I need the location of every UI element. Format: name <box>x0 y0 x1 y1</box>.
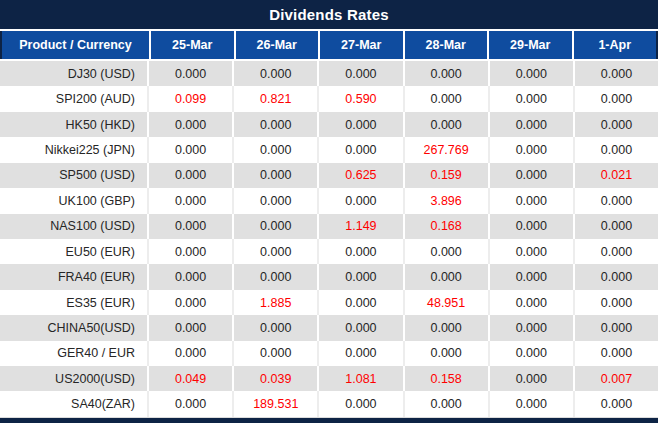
rate-cell: 0.000 <box>147 315 232 340</box>
rate-cell: 0.000 <box>403 391 488 416</box>
table-row: Nikkei225 (JPN)0.0000.0000.000267.7690.0… <box>0 137 658 162</box>
rate-cell: 0.000 <box>232 341 317 366</box>
product-label: EU50 (EUR) <box>0 239 147 264</box>
rate-cell: 0.000 <box>317 239 402 264</box>
rate-cell: 0.000 <box>147 137 232 162</box>
table-row: DJ30 (USD)0.0000.0000.0000.0000.0000.000 <box>0 61 658 86</box>
rate-cell: 0.000 <box>147 214 232 239</box>
product-label: HK50 (HKD) <box>0 112 147 137</box>
rate-cell: 0.000 <box>573 239 658 264</box>
rate-cell: 0.000 <box>403 315 488 340</box>
rate-cell: 3.896 <box>403 188 488 213</box>
rate-cell: 0.000 <box>403 86 488 111</box>
rate-cell: 0.000 <box>488 112 573 137</box>
rate-cell: 0.000 <box>573 61 658 86</box>
rate-cell: 0.000 <box>573 391 658 416</box>
rate-cell: 0.000 <box>232 264 317 289</box>
table-row: NAS100 (USD)0.0000.0001.1490.1680.0000.0… <box>0 214 658 239</box>
rate-cell: 0.000 <box>573 188 658 213</box>
rate-cell: 267.769 <box>403 137 488 162</box>
rate-cell: 0.000 <box>317 188 402 213</box>
rate-cell: 0.000 <box>488 86 573 111</box>
product-label: UK100 (GBP) <box>0 188 147 213</box>
rate-cell: 0.000 <box>403 112 488 137</box>
rate-cell: 0.000 <box>232 137 317 162</box>
table-row: SA40(ZAR)0.000189.5310.0000.0000.0000.00… <box>0 391 658 416</box>
rate-cell: 0.000 <box>573 137 658 162</box>
rate-cell: 0.000 <box>232 214 317 239</box>
rate-cell: 0.000 <box>573 86 658 111</box>
rate-cell: 0.000 <box>317 290 402 315</box>
table-row: FRA40 (EUR)0.0000.0000.0000.0000.0000.00… <box>0 264 658 289</box>
product-label: US2000(USD) <box>0 366 147 391</box>
product-label: ES35 (EUR) <box>0 290 147 315</box>
product-label: Nikkei225 (JPN) <box>0 137 147 162</box>
product-label: FRA40 (EUR) <box>0 264 147 289</box>
rate-cell: 0.000 <box>488 290 573 315</box>
table-row: CHINA50(USD)0.0000.0000.0000.0000.0000.0… <box>0 315 658 340</box>
table-row: GER40 / EUR0.0000.0000.0000.0000.0000.00… <box>0 341 658 366</box>
rate-cell: 0.000 <box>147 61 232 86</box>
rate-cell: 0.000 <box>317 315 402 340</box>
table-body: DJ30 (USD)0.0000.0000.0000.0000.0000.000… <box>0 61 658 417</box>
rate-cell: 0.000 <box>488 264 573 289</box>
rate-cell: 0.007 <box>573 366 658 391</box>
rate-cell: 0.000 <box>403 61 488 86</box>
table-row: EU50 (EUR)0.0000.0000.0000.0000.0000.000 <box>0 239 658 264</box>
rate-cell: 0.000 <box>147 188 232 213</box>
rate-cell: 0.000 <box>147 341 232 366</box>
product-currency-column-header: Product / Currency <box>2 31 149 59</box>
table-title-bar: Dividends Rates <box>0 0 658 31</box>
date-column-header: 25-Mar <box>149 31 234 59</box>
table-row: SP500 (USD)0.0000.0000.6250.1590.0000.02… <box>0 163 658 188</box>
product-label: SPI200 (AUD) <box>0 86 147 111</box>
date-column-header: 26-Mar <box>234 31 319 59</box>
rate-cell: 0.000 <box>317 61 402 86</box>
rate-cell: 0.000 <box>488 163 573 188</box>
rate-cell: 0.000 <box>488 214 573 239</box>
rate-cell: 0.000 <box>403 341 488 366</box>
rate-cell: 0.821 <box>232 86 317 111</box>
table-row: SPI200 (AUD)0.0990.8210.5900.0000.0000.0… <box>0 86 658 111</box>
rate-cell: 0.000 <box>317 137 402 162</box>
rate-cell: 0.000 <box>232 61 317 86</box>
rate-cell: 0.590 <box>317 86 402 111</box>
rate-cell: 0.000 <box>147 264 232 289</box>
rate-cell: 0.000 <box>147 290 232 315</box>
dividends-rates-table: Dividends Rates Product / Currency 25-Ma… <box>0 0 658 423</box>
rate-cell: 0.000 <box>317 264 402 289</box>
rate-cell: 0.000 <box>488 341 573 366</box>
rate-cell: 0.000 <box>147 112 232 137</box>
rate-cell: 0.000 <box>232 112 317 137</box>
rate-cell: 0.000 <box>317 341 402 366</box>
rate-cell: 0.158 <box>403 366 488 391</box>
rate-cell: 0.099 <box>147 86 232 111</box>
rate-cell: 0.000 <box>488 315 573 340</box>
rate-cell: 0.000 <box>488 391 573 416</box>
product-label: GER40 / EUR <box>0 341 147 366</box>
rate-cell: 0.000 <box>573 112 658 137</box>
rate-cell: 1.149 <box>317 214 402 239</box>
product-label: SP500 (USD) <box>0 163 147 188</box>
table-footer-bar <box>0 417 658 423</box>
rate-cell: 0.000 <box>232 163 317 188</box>
rate-cell: 0.000 <box>147 391 232 416</box>
rate-cell: 0.000 <box>488 137 573 162</box>
rate-cell: 0.000 <box>573 290 658 315</box>
rate-cell: 0.000 <box>317 112 402 137</box>
rate-cell: 1.885 <box>232 290 317 315</box>
rate-cell: 48.951 <box>403 290 488 315</box>
rate-cell: 0.000 <box>403 264 488 289</box>
rate-cell: 0.000 <box>573 341 658 366</box>
date-column-header: 27-Mar <box>318 31 403 59</box>
table-row: UK100 (GBP)0.0000.0000.0003.8960.0000.00… <box>0 188 658 213</box>
rate-cell: 0.021 <box>573 163 658 188</box>
rate-cell: 189.531 <box>232 391 317 416</box>
table-row: HK50 (HKD)0.0000.0000.0000.0000.0000.000 <box>0 112 658 137</box>
rate-cell: 0.159 <box>403 163 488 188</box>
product-label: NAS100 (USD) <box>0 214 147 239</box>
date-column-header: 28-Mar <box>403 31 488 59</box>
rate-cell: 0.168 <box>403 214 488 239</box>
rate-cell: 0.000 <box>488 239 573 264</box>
product-label: DJ30 (USD) <box>0 61 147 86</box>
